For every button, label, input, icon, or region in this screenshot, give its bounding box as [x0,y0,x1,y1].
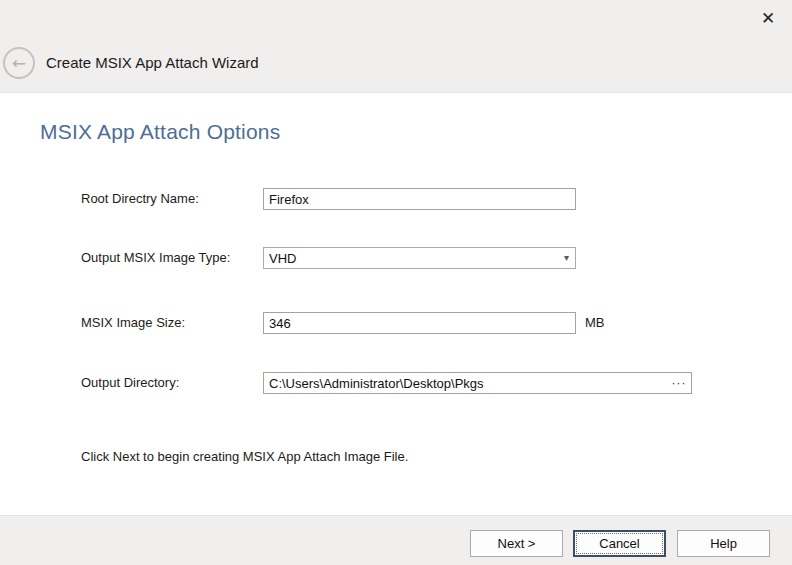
back-button[interactable]: ← [3,47,35,79]
root-directory-input[interactable] [263,188,576,210]
back-arrow-icon: ← [12,53,26,73]
help-button[interactable]: Help [677,530,770,557]
output-directory-field: ··· [263,372,692,394]
instruction-text: Click Next to begin creating MSIX App At… [81,449,408,464]
close-icon[interactable]: ✕ [755,5,781,31]
browse-button[interactable]: ··· [667,373,691,393]
wizard-dialog: ✕ ← Create MSIX App Attach Wizard MSIX A… [0,0,792,565]
wizard-title: Create MSIX App Attach Wizard [46,54,259,71]
image-type-label: Output MSIX Image Type: [81,247,230,269]
image-size-unit: MB [585,312,605,334]
image-size-label: MSIX Image Size: [81,312,185,334]
wizard-footer: Next > Cancel Help [0,515,792,565]
image-size-input[interactable] [263,312,576,334]
output-directory-input[interactable] [264,373,667,393]
cancel-button[interactable]: Cancel [573,530,666,557]
wizard-header: ✕ ← Create MSIX App Attach Wizard [0,0,792,93]
page-title: MSIX App Attach Options [40,120,280,144]
next-button[interactable]: Next > [470,530,563,557]
ellipsis-icon: ··· [672,376,687,390]
chevron-down-icon: ▾ [564,253,569,263]
output-directory-label: Output Directory: [81,372,179,394]
root-directory-label: Root Directry Name: [81,188,199,210]
image-type-value: VHD [269,251,296,266]
image-type-dropdown[interactable]: VHD ▾ [263,247,576,269]
